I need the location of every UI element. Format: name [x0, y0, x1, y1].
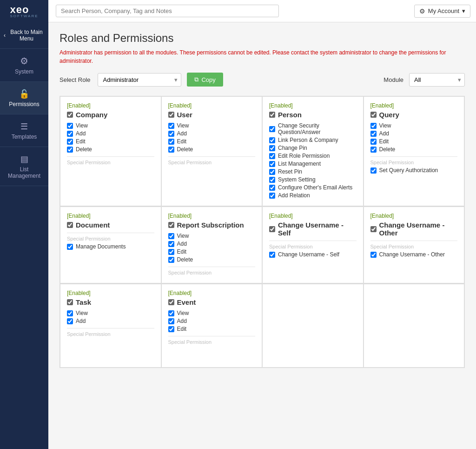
person-system-setting: System Setting	[269, 176, 357, 183]
person-configure-email-checkbox[interactable]	[269, 185, 275, 191]
person-add-relation: Add Relation	[269, 192, 357, 199]
user-enabled: [Enabled]	[168, 102, 256, 109]
user-edit: Edit	[168, 138, 256, 145]
person-special-change-security: Change Security Question/Answer	[269, 122, 357, 135]
company-edit-checkbox[interactable]	[67, 139, 73, 145]
sidebar-back-button[interactable]: ‹ Back to Main Menu	[0, 22, 48, 49]
username-other-master-checkbox[interactable]	[370, 226, 377, 232]
chevron-down-icon: ▾	[462, 7, 465, 14]
username-other-title: Change Username - Other	[370, 221, 458, 237]
task-special-label: Special Permission	[67, 328, 154, 337]
user-special-label: Special Permission	[168, 156, 256, 165]
username-other-change: Change Username - Other	[370, 251, 458, 258]
person-master-checkbox[interactable]	[269, 112, 275, 118]
module-select-wrapper: All ▾	[409, 73, 465, 87]
query-set-auth-checkbox[interactable]	[370, 168, 377, 174]
event-add-checkbox[interactable]	[168, 318, 174, 324]
username-self-change-checkbox[interactable]	[269, 252, 275, 258]
person-edit-role-checkbox[interactable]	[269, 153, 275, 159]
account-label: My Account	[428, 7, 459, 14]
person-change-security-checkbox[interactable]	[269, 126, 275, 132]
person-enabled: [Enabled]	[269, 102, 357, 109]
task-view-checkbox[interactable]	[67, 310, 73, 316]
report-edit-checkbox[interactable]	[168, 249, 174, 255]
query-delete-checkbox[interactable]	[370, 147, 377, 153]
query-master-checkbox[interactable]	[370, 112, 377, 118]
person-change-pin-checkbox[interactable]	[269, 145, 275, 151]
report-delete-checkbox[interactable]	[168, 257, 174, 263]
user-title: User	[168, 111, 256, 119]
query-special-label: Special Permission	[370, 156, 458, 165]
search-input[interactable]	[56, 5, 279, 17]
copy-label: Copy	[201, 76, 215, 83]
report-master-checkbox[interactable]	[168, 222, 174, 228]
module-query: [Enabled] Query View Add Edit Delete Spe…	[364, 96, 465, 206]
admin-notice: Administrator has permission to all the …	[60, 48, 465, 65]
company-view-checkbox[interactable]	[67, 123, 73, 129]
module-select[interactable]: All	[409, 73, 465, 87]
report-view-checkbox[interactable]	[168, 233, 174, 239]
document-manage-checkbox[interactable]	[67, 244, 73, 250]
copy-icon: ⧉	[194, 76, 198, 83]
query-view-checkbox[interactable]	[370, 123, 377, 129]
report-view: View	[168, 233, 256, 239]
report-add-checkbox[interactable]	[168, 241, 174, 247]
sidebar-item-list-management[interactable]: List Management	[0, 147, 48, 186]
task-add-checkbox[interactable]	[67, 318, 73, 324]
event-edit-checkbox[interactable]	[168, 326, 174, 332]
event-master-checkbox[interactable]	[168, 299, 174, 305]
document-title: Document	[67, 221, 154, 229]
sidebar-item-templates[interactable]: Templates	[0, 114, 48, 147]
person-edit-role: Edit Role Permission	[269, 153, 357, 159]
sidebar-item-label-system: System	[15, 68, 33, 75]
module-document: [Enabled] Document Special Permission Ma…	[60, 207, 161, 283]
event-view-checkbox[interactable]	[168, 310, 174, 316]
permissions-grid-row2: [Enabled] Document Special Permission Ma…	[60, 207, 465, 284]
document-enabled: [Enabled]	[67, 213, 154, 219]
username-self-special-label: Special Permission	[269, 241, 357, 249]
role-select[interactable]: Administrator	[98, 73, 181, 87]
user-edit-checkbox[interactable]	[168, 139, 174, 145]
user-view-checkbox[interactable]	[168, 123, 174, 129]
sidebar: ‹ Back to Main Menu System Permissions T…	[0, 22, 48, 449]
gear-icon	[20, 55, 28, 67]
username-self-master-checkbox[interactable]	[269, 226, 275, 232]
main-content: Roles and Permissions Administrator has …	[48, 22, 476, 449]
query-set-auth: Set Query Authorization	[370, 167, 458, 174]
report-add: Add	[168, 241, 256, 247]
person-link-company-checkbox[interactable]	[269, 137, 275, 143]
username-other-change-checkbox[interactable]	[370, 252, 377, 258]
company-add-checkbox[interactable]	[67, 131, 73, 137]
query-edit: Edit	[370, 138, 458, 145]
document-master-checkbox[interactable]	[67, 222, 73, 228]
query-edit-checkbox[interactable]	[370, 139, 377, 145]
company-delete: Delete	[67, 146, 154, 153]
username-self-change: Change Username - Self	[269, 251, 357, 258]
sidebar-item-permissions[interactable]: Permissions	[0, 82, 48, 114]
task-master-checkbox[interactable]	[67, 299, 73, 305]
company-delete-checkbox[interactable]	[67, 147, 73, 153]
company-master-checkbox[interactable]	[67, 112, 73, 118]
event-enabled: [Enabled]	[168, 290, 256, 296]
copy-button[interactable]: ⧉ Copy	[187, 73, 223, 87]
permissions-grid-row3: [Enabled] Task View Add Special Permissi…	[60, 284, 465, 368]
account-button[interactable]: ⚙ My Account ▾	[414, 5, 470, 18]
user-master-checkbox[interactable]	[168, 112, 174, 118]
user-delete-checkbox[interactable]	[168, 147, 174, 153]
person-add-relation-checkbox[interactable]	[269, 193, 275, 199]
page-title: Roles and Permissions	[60, 32, 465, 45]
module-change-username-self: [Enabled] Change Username - Self Special…	[262, 207, 364, 283]
username-self-enabled: [Enabled]	[269, 213, 357, 219]
lock-icon	[19, 88, 29, 99]
user-add-checkbox[interactable]	[168, 131, 174, 137]
person-reset-pin-checkbox[interactable]	[269, 169, 275, 175]
person-change-pin: Change Pin	[269, 145, 357, 151]
module-event: [Enabled] Event View Add Edit Special Pe…	[161, 284, 263, 368]
sidebar-item-system[interactable]: System	[0, 49, 48, 82]
query-add-checkbox[interactable]	[370, 131, 377, 137]
person-list-mgmt-checkbox[interactable]	[269, 161, 275, 167]
event-title: Event	[168, 298, 256, 306]
query-view: View	[370, 122, 458, 129]
sidebar-back-label: Back to Main Menu	[8, 29, 45, 42]
person-system-setting-checkbox[interactable]	[269, 177, 275, 183]
